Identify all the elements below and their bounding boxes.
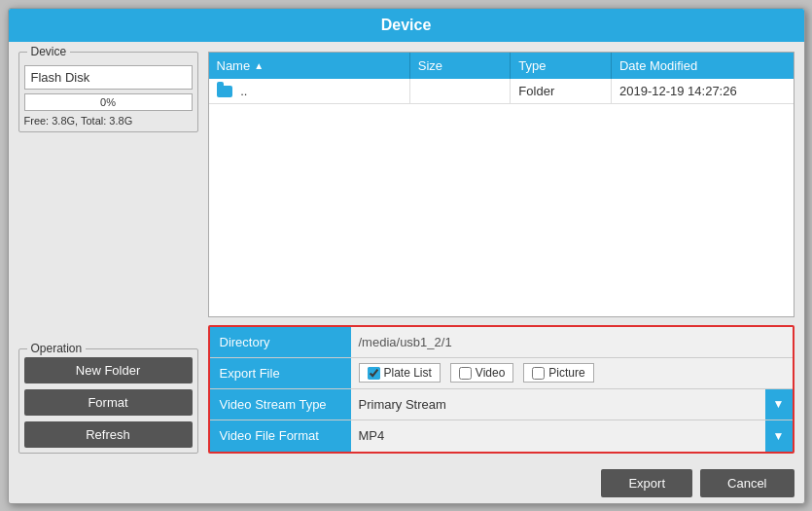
cell-name: .. bbox=[209, 79, 410, 103]
device-name: Flash Disk bbox=[24, 65, 193, 90]
cell-date: 2019-12-19 14:27:26 bbox=[612, 79, 794, 103]
video-format-value-container: MP4 ▼ bbox=[351, 420, 793, 452]
col-type: Type bbox=[511, 53, 612, 79]
folder-icon bbox=[217, 86, 232, 97]
format-button[interactable]: Format bbox=[24, 389, 193, 416]
video-format-label: Video File Format bbox=[210, 420, 351, 452]
new-folder-button[interactable]: New Folder bbox=[24, 357, 193, 383]
checkbox-plate-list[interactable]: Plate List bbox=[359, 363, 441, 383]
video-stream-label: Video Stream Type bbox=[210, 389, 351, 420]
directory-label: Directory bbox=[210, 327, 351, 357]
checkbox-plate-list-label: Plate List bbox=[384, 366, 432, 380]
directory-text: /media/usb1_2/1 bbox=[359, 335, 452, 349]
device-info: Flash Disk 0% Free: 3.8G, Total: 3.8G bbox=[24, 65, 193, 127]
dialog-body: Device Flash Disk 0% Free: 3.8G, Total: … bbox=[9, 42, 804, 463]
operation-section: Operation New Folder Format Refresh bbox=[18, 348, 198, 454]
directory-row: Directory /media/usb1_2/1 bbox=[210, 327, 793, 358]
cell-size bbox=[410, 79, 512, 103]
col-date: Date Modified bbox=[612, 53, 794, 79]
checkbox-picture-input[interactable] bbox=[532, 367, 545, 380]
video-stream-value-container: Primary Stream ▼ bbox=[351, 389, 793, 420]
table-header: Name ▲ Size Type Date Modified bbox=[209, 53, 794, 79]
file-table: Name ▲ Size Type Date Modified .. Folder bbox=[208, 52, 794, 317]
progress-bar: 0% bbox=[24, 93, 193, 111]
export-button[interactable]: Export bbox=[601, 469, 692, 497]
right-panel: Name ▲ Size Type Date Modified .. Folder bbox=[208, 52, 794, 454]
directory-value: /media/usb1_2/1 bbox=[351, 327, 793, 357]
video-format-dropdown-arrow[interactable]: ▼ bbox=[765, 420, 793, 452]
checkbox-video-label: Video bbox=[476, 366, 505, 380]
checkbox-video[interactable]: Video bbox=[450, 363, 513, 383]
sort-arrow-icon: ▲ bbox=[254, 60, 264, 71]
export-file-label: Export File bbox=[210, 358, 351, 388]
dialog-title: Device bbox=[9, 9, 804, 42]
device-section: Device Flash Disk 0% Free: 3.8G, Total: … bbox=[18, 52, 198, 132]
export-checkboxes: Plate List Video Picture bbox=[351, 358, 793, 388]
device-section-label: Device bbox=[27, 45, 71, 58]
video-stream-row: Video Stream Type Primary Stream ▼ bbox=[210, 389, 793, 420]
left-panel: Device Flash Disk 0% Free: 3.8G, Total: … bbox=[18, 52, 198, 454]
col-name: Name ▲ bbox=[209, 53, 410, 79]
progress-text: 0% bbox=[100, 96, 116, 108]
col-size: Size bbox=[410, 53, 512, 79]
dialog-footer: Export Cancel bbox=[9, 463, 804, 503]
bottom-form: Directory /media/usb1_2/1 Export File Pl… bbox=[208, 325, 794, 454]
checkbox-picture[interactable]: Picture bbox=[523, 363, 593, 383]
checkbox-picture-label: Picture bbox=[548, 366, 584, 380]
checkbox-video-input[interactable] bbox=[459, 367, 472, 380]
cell-type: Folder bbox=[511, 79, 612, 103]
export-file-row: Export File Plate List Video Picture bbox=[210, 358, 793, 389]
video-format-row: Video File Format MP4 ▼ bbox=[210, 420, 793, 452]
video-stream-dropdown-arrow[interactable]: ▼ bbox=[765, 389, 793, 420]
checkbox-plate-list-input[interactable] bbox=[368, 367, 380, 380]
video-stream-text: Primary Stream bbox=[351, 391, 756, 418]
free-total: Free: 3.8G, Total: 3.8G bbox=[24, 115, 193, 127]
video-format-text: MP4 bbox=[351, 422, 756, 449]
cancel-button[interactable]: Cancel bbox=[700, 469, 794, 497]
refresh-button[interactable]: Refresh bbox=[24, 421, 193, 448]
operation-section-label: Operation bbox=[27, 342, 87, 355]
table-row[interactable]: .. Folder 2019-12-19 14:27:26 bbox=[209, 79, 794, 104]
device-dialog: Device Device Flash Disk 0% Free: 3.8G, … bbox=[8, 8, 805, 504]
